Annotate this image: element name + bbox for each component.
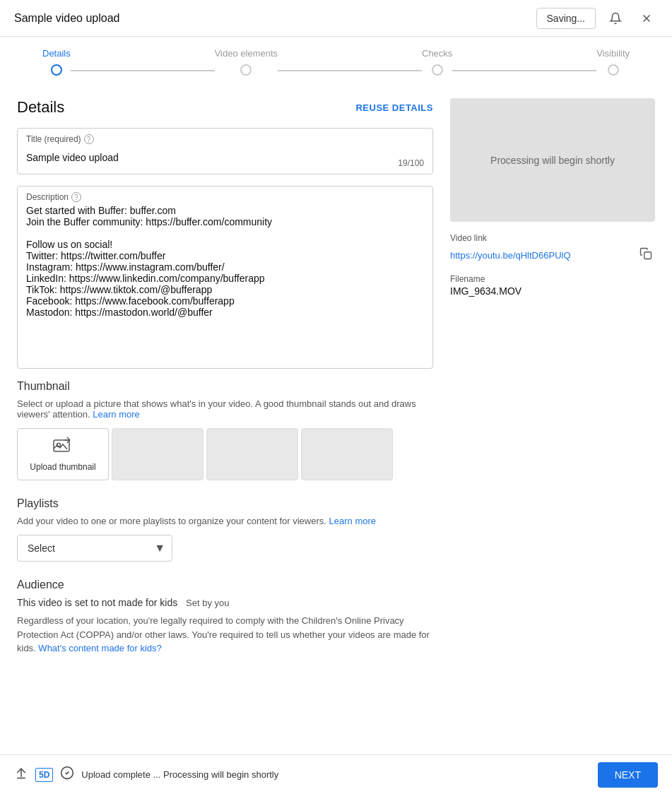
video-link-container: https://youtu.be/qHltD66PUlQ [450,244,655,266]
title-field-wrapper: Title (required) ? 19/100 [17,128,433,174]
step-checks[interactable]: Checks [422,48,452,76]
connector-3 [452,70,596,71]
step-details[interactable]: Details [42,48,71,76]
playlist-select-wrapper: Select Playlist 1 Playlist 2 ▼ [17,535,172,562]
connector-2 [278,70,422,71]
audience-title: Audience [17,579,433,591]
svg-rect-4 [644,252,652,259]
section-header: Details REUSE DETAILS [17,98,433,117]
processing-text: Processing will begin shortly [490,155,615,166]
playlists-description: Add your video to one or more playlists … [17,516,433,526]
title-label: Title (required) ? [26,134,424,144]
left-panel: Details REUSE DETAILS Title (required) ?… [17,98,433,656]
connector-1 [71,70,215,71]
saving-button[interactable]: Saving... [536,8,596,29]
video-link-label: Video link [450,233,655,243]
description-label: Description ? [26,192,424,202]
filename-row: Filename IMG_9634.MOV [450,274,655,297]
stepper: Details Video elements Checks Visibility [0,37,672,81]
thumbnail-section: Thumbnail Select or upload a picture tha… [17,380,433,480]
step-details-label: Details [42,48,71,59]
step-checks-dot [432,64,443,76]
thumbnail-title: Thumbnail [17,380,433,393]
next-button[interactable]: NEXT [598,762,658,788]
bottom-left: 5D Upload complete ... Processing will b… [14,766,278,783]
description-field-wrapper: Description ? [17,186,433,369]
step-visibility-label: Visibility [596,48,630,59]
video-preview: Processing will begin shortly [450,98,655,222]
copy-link-button[interactable] [637,244,655,266]
playlists-learn-more-link[interactable]: Learn more [329,516,376,526]
step-checks-label: Checks [422,48,452,59]
page-title: Sample video upload [14,12,119,25]
header-actions: Saving... [536,7,658,30]
sd-badge: 5D [35,768,53,782]
step-video-elements-label: Video elements [215,48,278,59]
audience-status-row: This video is set to not made for kids S… [17,597,433,608]
coppa-link[interactable]: What's content made for kids? [38,643,161,653]
video-link-row: Video link https://youtu.be/qHltD66PUlQ [450,233,655,266]
upload-thumbnail-label: Upload thumbnail [30,462,95,472]
thumbnail-learn-more-link[interactable]: Learn more [93,409,139,420]
audience-description: Regardless of your location, you're lega… [17,614,433,656]
upload-thumbnail-button[interactable]: Upload thumbnail [17,428,109,480]
close-icon[interactable] [635,7,658,30]
header: Sample video upload Saving... [0,0,672,37]
check-icon [60,766,74,783]
description-textarea[interactable] [26,205,424,360]
step-video-elements[interactable]: Video elements [215,48,278,76]
playlists-section: Playlists Add your video to one or more … [17,497,433,562]
upload-status: Upload complete ... Processing will begi… [81,769,278,780]
thumbnail-option-1[interactable] [112,428,204,480]
main-content: Details REUSE DETAILS Title (required) ?… [0,81,672,712]
upload-arrow-icon [14,766,28,783]
description-help-icon[interactable]: ? [71,192,81,202]
filename-label: Filename [450,274,655,284]
step-video-elements-dot [240,64,252,76]
upload-thumbnail-icon [53,437,73,458]
step-visibility-dot [608,64,619,76]
thumbnail-option-3[interactable] [301,428,393,480]
filename-value: IMG_9634.MOV [450,285,655,297]
thumbnail-options: Upload thumbnail [17,428,433,480]
video-link[interactable]: https://youtu.be/qHltD66PUlQ [450,250,571,261]
audience-section: Audience This video is set to not made f… [17,579,433,656]
step-details-dot [51,64,62,76]
title-char-count: 19/100 [398,158,424,168]
step-visibility[interactable]: Visibility [596,48,630,76]
playlists-title: Playlists [17,497,433,510]
thumbnail-description: Select or upload a picture that shows wh… [17,398,433,420]
title-help-icon[interactable]: ? [84,134,94,144]
title-input[interactable] [26,147,424,168]
bottom-bar: 5D Upload complete ... Processing will b… [0,754,672,794]
details-title: Details [17,98,64,117]
thumbnail-option-2[interactable] [206,428,298,480]
audience-set-by: Set by you [186,598,229,608]
reuse-details-button[interactable]: REUSE DETAILS [355,102,433,113]
bell-icon[interactable] [604,7,627,30]
right-panel: Processing will begin shortly Video link… [450,98,655,656]
audience-status-label: This video is set to not made for kids [17,597,177,608]
playlist-select[interactable]: Select Playlist 1 Playlist 2 [17,535,172,562]
